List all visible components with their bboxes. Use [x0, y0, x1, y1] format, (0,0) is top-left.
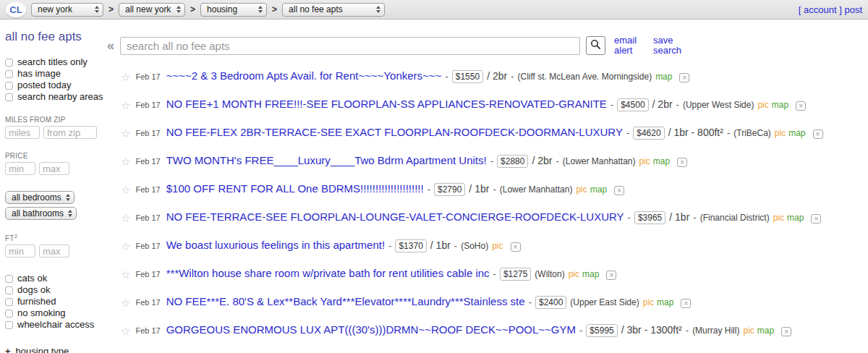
pic-link[interactable]: pic — [757, 100, 768, 110]
expander-label: housing type — [16, 345, 69, 353]
bedroom-size-info: / 1br — [430, 239, 451, 251]
checkbox-icon[interactable] — [5, 286, 13, 294]
listing-title-link[interactable]: GORGEOUS ENORMOUS LUX APT(((30's)))DRMN~… — [166, 323, 576, 336]
map-link[interactable]: map — [788, 128, 805, 138]
checkbox-has-image[interactable]: has image — [5, 68, 107, 80]
map-link[interactable]: map — [655, 72, 672, 82]
checkbox-icon[interactable] — [5, 321, 13, 329]
listing-title-link[interactable]: NO FEE+1 MONTH FREE!!!-SEE FLOORPLAN-SS … — [166, 98, 607, 110]
pic-link[interactable]: pic — [576, 184, 587, 195]
checkbox-search-titles-only[interactable]: search titles only — [5, 56, 107, 68]
price-max-input[interactable] — [39, 162, 69, 175]
checkbox-cats-ok[interactable]: cats ok — [5, 273, 107, 284]
filter-sidebar: all no fee apts search titles only has i… — [0, 20, 107, 353]
map-link[interactable]: map — [757, 326, 774, 336]
page-title: all no fee apts — [5, 30, 107, 44]
area-select[interactable]: all new york — [119, 3, 185, 17]
listing-title-link[interactable]: We boast luxurious feelings in this apar… — [166, 239, 385, 251]
pic-link[interactable]: pic — [569, 269, 579, 279]
price-min-input[interactable] — [5, 162, 35, 175]
checkbox-search-nearby-areas[interactable]: search nearby areas — [5, 91, 107, 103]
city-select[interactable]: new york — [31, 3, 103, 17]
checkbox-posted-today[interactable]: posted today — [5, 80, 107, 91]
account-link[interactable]: [ account ] — [799, 4, 842, 15]
expander-housing-type[interactable]: + housing type — [5, 345, 107, 353]
pic-link[interactable]: pic — [639, 156, 650, 166]
favorite-star-icon[interactable]: ☆ — [121, 71, 130, 84]
checkbox-icon[interactable] — [5, 82, 13, 90]
checkbox-icon[interactable] — [5, 59, 13, 67]
listing-title-link[interactable]: ~~~~2 & 3 Bedroom Apts Avail. for Rent~~… — [166, 69, 442, 82]
checkbox-icon[interactable] — [5, 93, 13, 101]
map-link[interactable]: map — [787, 213, 804, 223]
checkbox-icon[interactable] — [5, 70, 13, 78]
row-links: picmap — [569, 269, 600, 279]
save-search-link[interactable]: save search — [653, 35, 685, 56]
hide-post-icon[interactable]: × — [679, 73, 689, 82]
hide-post-icon[interactable]: × — [606, 271, 616, 280]
favorite-star-icon[interactable]: ☆ — [121, 99, 130, 112]
hide-post-icon[interactable]: × — [614, 186, 624, 195]
neighborhood: (SoHo) — [461, 241, 488, 251]
category-select[interactable]: all no fee apts — [282, 3, 385, 17]
collapse-sidebar-icon[interactable]: « — [107, 38, 114, 54]
hide-post-icon[interactable]: × — [811, 214, 821, 224]
title-price-separator: - — [490, 156, 493, 166]
checkbox-icon[interactable] — [5, 298, 13, 306]
checkbox-dogs-ok[interactable]: dogs ok — [5, 284, 107, 296]
favorite-star-icon[interactable]: ☆ — [121, 184, 130, 197]
hide-post-icon[interactable]: × — [813, 129, 823, 139]
post-date: Feb 17 — [135, 129, 160, 137]
amenity-checkboxes: cats ok dogs ok furnished no smoking whe… — [5, 273, 107, 331]
search-input[interactable] — [120, 37, 580, 55]
listing-title-link[interactable]: NO FEE-TERRACE-SEE FLOORPLAN-LOUNGE-VALE… — [166, 210, 624, 223]
breadcrumb-separator: > — [272, 4, 277, 14]
pic-link[interactable]: pic — [773, 213, 784, 223]
listing-title-link[interactable]: NO FEE-FLEX 2BR-TERRACE-SEE EXACT FLOORP… — [166, 126, 623, 138]
post-link[interactable]: post — [844, 4, 862, 15]
checkbox-no-smoking[interactable]: no smoking — [5, 307, 107, 319]
map-link[interactable]: map — [653, 156, 670, 166]
map-link[interactable]: map — [657, 297, 673, 307]
price-badge: $1370 — [395, 239, 426, 252]
title-price-separator: - — [445, 71, 448, 82]
pic-link[interactable]: pic — [743, 326, 754, 336]
search-button[interactable] — [586, 36, 605, 55]
pic-link[interactable]: pic — [492, 241, 503, 251]
zip-input[interactable] — [43, 126, 97, 139]
email-alert-link[interactable]: email alert — [614, 35, 646, 56]
craigslist-logo[interactable]: CL — [6, 2, 26, 17]
hide-post-icon[interactable]: × — [681, 299, 691, 308]
favorite-star-icon[interactable]: ☆ — [121, 127, 130, 140]
listing-title-link[interactable]: ***Wilton house share room w/private bat… — [166, 267, 490, 279]
bedrooms-select[interactable]: all bedrooms — [5, 191, 75, 204]
map-link[interactable]: map — [772, 100, 788, 110]
listing-title-link[interactable]: $100 OFF RENT FOR ALL One BDRMS!!!!!!!!!… — [166, 182, 424, 195]
listing-title-link[interactable]: TWO MONTH's FREE____Luxury____Two Bdrm A… — [166, 154, 487, 166]
hide-post-icon[interactable]: × — [511, 242, 521, 252]
checkbox-wheelchair-access[interactable]: wheelchair access — [5, 319, 107, 331]
pic-link[interactable]: pic — [643, 297, 654, 307]
map-link[interactable]: map — [590, 184, 607, 195]
bathrooms-select[interactable]: all bathrooms — [5, 207, 77, 220]
map-link[interactable]: map — [582, 269, 599, 279]
price-badge: $2400 — [535, 296, 566, 309]
hide-post-icon[interactable]: × — [677, 158, 687, 167]
pic-link[interactable]: pic — [775, 128, 786, 138]
favorite-star-icon[interactable]: ☆ — [121, 297, 130, 310]
sqft-max-input[interactable] — [39, 244, 69, 258]
hide-post-icon[interactable]: × — [796, 101, 806, 111]
checkbox-icon[interactable] — [5, 310, 13, 318]
favorite-star-icon[interactable]: ☆ — [121, 240, 130, 253]
listing-title-link[interactable]: NO FEE***E. 80'S & Lex**Back Yard***Elev… — [166, 295, 525, 307]
favorite-star-icon[interactable]: ☆ — [121, 325, 130, 338]
miles-input[interactable] — [5, 126, 40, 139]
checkbox-icon[interactable] — [5, 275, 13, 283]
section-select[interactable]: housing — [200, 3, 267, 17]
sqft-min-input[interactable] — [5, 244, 35, 258]
hide-post-icon[interactable]: × — [781, 327, 791, 336]
checkbox-furnished[interactable]: furnished — [5, 296, 107, 307]
favorite-star-icon[interactable]: ☆ — [121, 212, 130, 225]
favorite-star-icon[interactable]: ☆ — [121, 156, 130, 169]
favorite-star-icon[interactable]: ☆ — [121, 268, 130, 281]
